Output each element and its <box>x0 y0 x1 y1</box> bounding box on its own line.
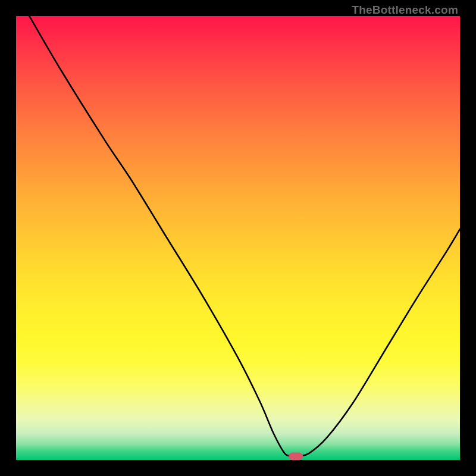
watermark-text: TheBottleneck.com <box>352 4 458 17</box>
optimal-point-marker <box>289 453 303 461</box>
chart-container: TheBottleneck.com <box>0 0 476 476</box>
plot-background-gradient <box>16 16 460 460</box>
